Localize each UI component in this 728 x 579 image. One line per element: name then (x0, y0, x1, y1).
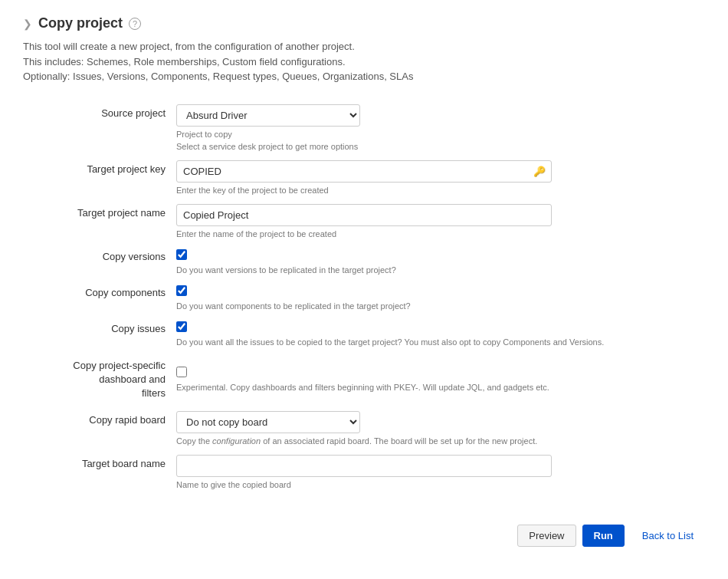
target-project-key-hint: Enter the key of the project to be creat… (176, 186, 705, 195)
target-project-name-label: Target project name (77, 207, 166, 219)
breadcrumb-arrow: ❯ (23, 18, 32, 30)
target-board-name-hint: Name to give the copied board (176, 480, 705, 489)
target-board-name-label: Target board name (82, 458, 166, 469)
source-project-select[interactable]: Absurd Driver (176, 104, 360, 127)
copy-dashboard-hint: Experimental. Copy dashboards and filter… (176, 383, 705, 392)
run-button[interactable]: Run (582, 525, 625, 547)
target-project-name-input[interactable] (176, 204, 552, 226)
source-project-label: Source project (101, 107, 166, 119)
copy-versions-label: Copy versions (103, 251, 166, 262)
copy-components-hint: Do you want components to be replicated … (176, 301, 705, 311)
key-icon: 🔑 (533, 166, 546, 177)
copy-issues-hint: Do you want all the issues to be copied … (176, 337, 705, 347)
preview-button[interactable]: Preview (517, 525, 576, 547)
copy-components-label: Copy components (85, 287, 166, 298)
copy-components-checkbox[interactable] (176, 285, 187, 296)
copy-dashboard-checkbox[interactable] (176, 367, 187, 377)
copy-versions-hint: Do you want versions to be replicated in… (176, 265, 705, 275)
copy-issues-label: Copy issues (111, 323, 166, 334)
target-project-name-hint: Enter the name of the project to be crea… (176, 229, 705, 239)
copy-dashboard-label: Copy project-specific dashboard and filt… (73, 360, 166, 399)
copy-issues-checkbox[interactable] (176, 321, 187, 332)
copy-rapid-board-hint: Copy the configuration of an associated … (176, 436, 705, 446)
source-project-hint1: Project to copy (176, 130, 705, 139)
source-project-hint2: Select a service desk project to get mor… (176, 142, 705, 151)
page-title: Copy project (38, 15, 123, 31)
copy-rapid-board-select[interactable]: Do not copy board Copy rapid board (176, 411, 360, 433)
copy-versions-checkbox[interactable] (176, 249, 187, 260)
copy-rapid-board-label: Copy rapid board (89, 414, 166, 426)
target-project-key-input[interactable] (176, 160, 552, 183)
action-buttons: Preview Run Back to List (23, 517, 705, 547)
target-board-name-input[interactable] (176, 455, 552, 477)
target-project-key-label: Target project key (87, 163, 166, 175)
help-icon[interactable]: ? (129, 18, 141, 30)
page-description: This tool will create a new project, fro… (23, 39, 705, 84)
back-to-list-link[interactable]: Back to List (631, 525, 705, 547)
